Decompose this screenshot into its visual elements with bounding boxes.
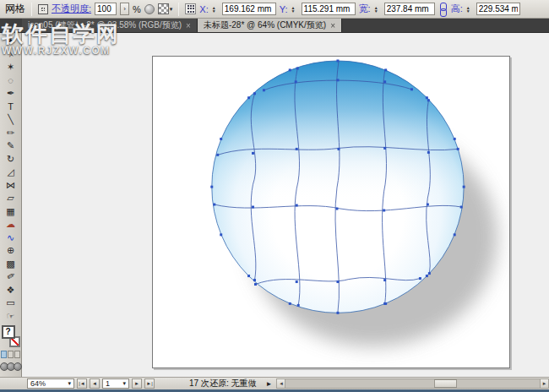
scroll-right-icon[interactable]: ▸ <box>540 379 548 388</box>
tool-list: ➤➢✶◌✒T╲✏✎↻◿⋈▱▦☁∿⊕▩✐❖▭☞ <box>2 35 20 323</box>
close-icon[interactable]: × <box>330 21 335 30</box>
y-stepper[interactable]: ▲▼ <box>291 6 298 13</box>
height-label: 高: <box>451 3 463 15</box>
width-tool-icon: ⋈ <box>6 181 15 190</box>
scrollbar-thumb[interactable] <box>434 379 457 388</box>
opacity-input[interactable] <box>95 3 117 15</box>
bounding-box-icon[interactable] <box>38 4 48 14</box>
tool-line-tool[interactable]: ╲ <box>2 113 20 127</box>
x-stepper[interactable]: ▲▼ <box>212 6 219 13</box>
link-icon[interactable] <box>439 3 447 16</box>
tool-blend-tool[interactable]: ❖ <box>2 284 20 297</box>
document-tab-bar: icon05 (键管し-2* @ 93.58% (RGB/预览) × 未标题-2… <box>0 19 549 33</box>
width-label: 宽: <box>359 3 371 15</box>
pen-tool-icon: ✒ <box>7 89 14 98</box>
x-label: X: <box>199 4 208 14</box>
tab-document-1[interactable]: icon05 (键管し-2* @ 93.58% (RGB/预览) × <box>22 19 198 32</box>
draw-behind-mode-button[interactable] <box>8 351 14 358</box>
width-stepper[interactable]: ▲▼ <box>374 6 381 13</box>
chevron-down-icon: ▾ <box>122 380 126 387</box>
direct-selection-tool-icon: ➢ <box>5 49 16 59</box>
tab-title: icon05 (键管し-2* @ 93.58% (RGB/预览) <box>28 19 182 31</box>
y-input[interactable] <box>302 3 356 15</box>
height-stepper[interactable]: ▲▼ <box>466 6 473 13</box>
next-artboard-button[interactable]: ► <box>132 378 142 389</box>
perspective-grid-tool-icon: ▦ <box>6 207 14 216</box>
tool-scale-tool[interactable]: ◿ <box>2 166 20 179</box>
chevron-down-icon: ▾ <box>68 380 71 387</box>
scale-tool-icon: ◿ <box>7 167 14 177</box>
tool-paintbrush-tool[interactable]: ✏ <box>2 127 20 140</box>
horizontal-scrollbar[interactable]: ◂ ▸ <box>276 378 549 389</box>
screen-mode-full-icon[interactable] <box>14 362 22 371</box>
opacity-mask-icon <box>158 3 169 14</box>
main-area: ➤➢✶◌✒T╲✏✎↻◿⋈▱▦☁∿⊕▩✐❖▭☞ ? <box>0 33 549 377</box>
symbol-sprayer-tool-icon: ☁ <box>6 220 15 229</box>
first-artboard-button[interactable]: |◄ <box>77 378 87 389</box>
tool-pen-tool[interactable]: ✒ <box>2 87 20 101</box>
tool-artboard-tool[interactable]: ▭ <box>2 297 20 310</box>
tool-pencil-tool[interactable]: ✎ <box>2 139 20 153</box>
tool-width-tool[interactable]: ⋈ <box>2 179 20 193</box>
tool-rotate-tool[interactable]: ↻ <box>2 153 20 166</box>
selection-tool-icon: ➤ <box>5 36 16 46</box>
opacity-link[interactable]: 不透明度: <box>52 3 91 15</box>
gradient-tool-icon: ▩ <box>6 259 14 269</box>
drawing-mode-row <box>1 351 20 358</box>
lasso-tool-icon: ◌ <box>8 76 14 85</box>
recolor-artwork-icon[interactable] <box>144 4 155 14</box>
screen-mode-row <box>0 362 22 371</box>
draw-inside-mode-button[interactable] <box>14 351 20 358</box>
tool-eyedropper-tool[interactable]: ✐ <box>2 270 20 284</box>
mesh-sphere-artwork <box>153 57 509 368</box>
status-bar: 64% ▾ |◄ ◄ 1 ▾ ► ►| 17 次还原: 无重做 ► ◂ ▸ <box>0 377 549 389</box>
tool-symbol-sprayer-tool[interactable]: ☁ <box>2 218 20 231</box>
zoom-level-value: 64% <box>30 379 46 388</box>
artboard[interactable] <box>152 56 510 368</box>
artboard-tool-icon: ▭ <box>6 298 14 308</box>
tab-document-2[interactable]: 未标题-28* @ 64% (CMYK/预览) × <box>198 19 342 32</box>
x-input[interactable] <box>222 3 276 15</box>
canvas-pasteboard[interactable] <box>22 33 549 377</box>
tool-type-tool[interactable]: T <box>2 101 20 114</box>
tools-panel: ➤➢✶◌✒T╲✏✎↻◿⋈▱▦☁∿⊕▩✐❖▭☞ ? <box>0 33 22 377</box>
reference-point-locator[interactable] <box>185 3 196 14</box>
draw-normal-mode-button[interactable] <box>1 351 7 358</box>
scroll-left-icon[interactable]: ◂ <box>277 379 285 388</box>
opacity-menu-button[interactable]: › <box>120 3 129 15</box>
tab-title: 未标题-28* @ 64% (CMYK/预览) <box>204 19 326 31</box>
rotate-tool-icon: ↻ <box>7 155 14 164</box>
paintbrush-tool-icon: ✏ <box>7 128 14 138</box>
magic-wand-tool-icon: ✶ <box>7 63 14 72</box>
tool-mesh-tool[interactable]: ⊕ <box>2 244 20 258</box>
tool-magic-wand-tool[interactable]: ✶ <box>2 61 20 74</box>
chevron-down-icon: ▾ <box>170 6 173 13</box>
height-input[interactable] <box>476 3 520 15</box>
artboard-navigation-dropdown[interactable]: 1 ▾ <box>102 378 129 389</box>
tool-gradient-tool[interactable]: ▩ <box>2 258 20 271</box>
control-bar: 网格 不透明度: › % ▾ X: ▲▼ Y: ▲▼ 宽: ▲▼ 高: ▲▼ <box>0 0 549 19</box>
column-graph-tool-icon: ∿ <box>7 233 14 242</box>
fill-color-swatch[interactable]: ? <box>2 325 15 339</box>
line-tool-icon: ╲ <box>8 115 14 124</box>
mask-options[interactable]: ▾ <box>158 3 173 14</box>
width-input[interactable] <box>384 3 435 15</box>
artboard-number: 1 <box>106 379 110 388</box>
tool-free-transform-tool[interactable]: ▱ <box>2 192 20 205</box>
close-icon[interactable]: × <box>186 21 191 30</box>
fill-stroke-area: ? <box>2 325 20 347</box>
tool-hand-tool[interactable]: ☞ <box>2 310 20 324</box>
zoom-level-dropdown[interactable]: 64% ▾ <box>27 378 74 389</box>
last-artboard-button[interactable]: ►| <box>144 378 155 389</box>
status-text: 17 次还原: 无重做 <box>189 378 256 389</box>
separator <box>31 3 32 16</box>
previous-artboard-button[interactable]: ◄ <box>90 378 100 389</box>
status-menu-arrow-icon[interactable]: ► <box>265 380 272 388</box>
tool-lasso-tool[interactable]: ◌ <box>2 74 20 88</box>
tool-direct-selection-tool[interactable]: ➢ <box>2 48 20 62</box>
tool-selection-tool[interactable]: ➤ <box>2 35 20 48</box>
tool-perspective-grid-tool[interactable]: ▦ <box>2 205 20 219</box>
free-transform-tool-icon: ▱ <box>7 193 14 203</box>
tool-column-graph-tool[interactable]: ∿ <box>2 231 20 245</box>
mesh-tool-icon: ⊕ <box>7 246 14 255</box>
